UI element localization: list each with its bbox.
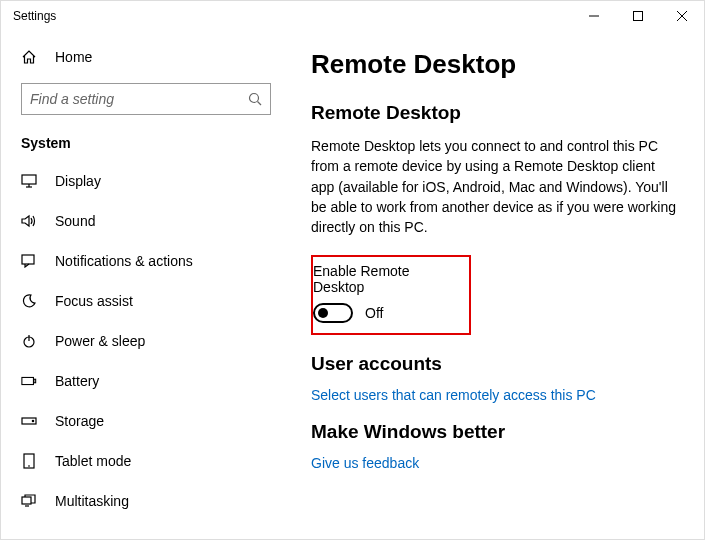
remote-desktop-description: Remote Desktop lets you connect to and c… <box>311 136 676 237</box>
sidebar-item-display[interactable]: Display <box>1 161 291 201</box>
sidebar-item-label: Sound <box>55 213 95 229</box>
sidebar-home[interactable]: Home <box>1 39 291 75</box>
svg-rect-6 <box>22 175 36 184</box>
maximize-button[interactable] <box>616 1 660 31</box>
sidebar-item-sound[interactable]: Sound <box>1 201 291 241</box>
link-give-feedback[interactable]: Give us feedback <box>311 455 676 471</box>
sidebar-item-label: Notifications & actions <box>55 253 193 269</box>
search-icon <box>248 92 262 106</box>
power-icon <box>21 333 37 349</box>
section-heading-remote-desktop: Remote Desktop <box>311 102 676 124</box>
svg-rect-12 <box>22 377 34 384</box>
svg-rect-13 <box>34 379 36 383</box>
tablet-icon <box>21 453 37 469</box>
window-titlebar: Settings <box>1 1 704 31</box>
sidebar-item-notifications[interactable]: Notifications & actions <box>1 241 291 281</box>
display-icon <box>21 174 37 188</box>
home-icon <box>21 49 37 65</box>
window-title: Settings <box>13 9 56 23</box>
sidebar-item-focus-assist[interactable]: Focus assist <box>1 281 291 321</box>
toggle-knob <box>318 308 328 318</box>
sidebar-item-power-sleep[interactable]: Power & sleep <box>1 321 291 361</box>
search-input[interactable] <box>30 91 248 107</box>
sound-icon <box>21 214 37 228</box>
storage-icon <box>21 415 37 427</box>
battery-icon <box>21 375 37 387</box>
sidebar-item-battery[interactable]: Battery <box>1 361 291 401</box>
svg-point-15 <box>32 420 33 421</box>
sidebar-item-storage[interactable]: Storage <box>1 401 291 441</box>
sidebar-item-tablet-mode[interactable]: Tablet mode <box>1 441 291 481</box>
section-heading-user-accounts: User accounts <box>311 353 676 375</box>
svg-rect-9 <box>22 255 34 264</box>
enable-remote-desktop-toggle[interactable] <box>313 303 353 323</box>
focus-assist-icon <box>21 293 37 309</box>
sidebar-item-label: Tablet mode <box>55 453 131 469</box>
sidebar-item-label: Multitasking <box>55 493 129 509</box>
sidebar-item-multitasking[interactable]: Multitasking <box>1 481 291 521</box>
sidebar-item-label: Power & sleep <box>55 333 145 349</box>
search-input-container[interactable] <box>21 83 271 115</box>
home-label: Home <box>55 49 92 65</box>
toggle-state: Off <box>365 305 383 321</box>
sidebar-item-label: Display <box>55 173 101 189</box>
close-button[interactable] <box>660 1 704 31</box>
toggle-label: Enable Remote Desktop <box>313 263 453 295</box>
link-select-users[interactable]: Select users that can remotely access th… <box>311 387 676 403</box>
page-title: Remote Desktop <box>311 49 676 80</box>
svg-rect-18 <box>22 497 31 504</box>
sidebar-item-label: Storage <box>55 413 104 429</box>
section-heading-make-windows-better: Make Windows better <box>311 421 676 443</box>
sidebar-item-label: Focus assist <box>55 293 133 309</box>
svg-rect-1 <box>634 12 643 21</box>
svg-line-5 <box>258 102 262 106</box>
svg-point-4 <box>250 94 259 103</box>
main-content: Remote Desktop Remote Desktop Remote Des… <box>291 31 704 539</box>
notifications-icon <box>21 254 37 268</box>
sidebar-section-title: System <box>1 121 291 161</box>
multitasking-icon <box>21 494 37 508</box>
minimize-button[interactable] <box>572 1 616 31</box>
sidebar-item-label: Battery <box>55 373 99 389</box>
highlight-annotation: Enable Remote Desktop Off <box>311 255 471 335</box>
sidebar: Home System Display Sound Notifications … <box>1 31 291 539</box>
